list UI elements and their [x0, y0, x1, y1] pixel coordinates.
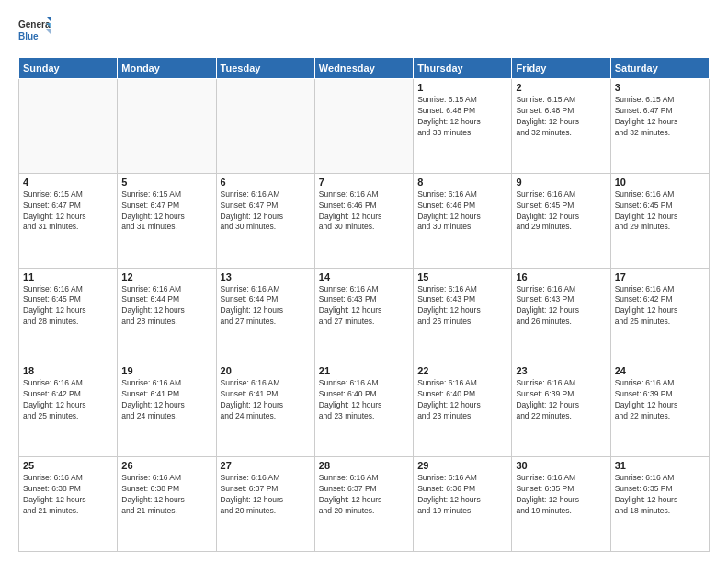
calendar-day-cell: 13Sunrise: 6:16 AM Sunset: 6:44 PM Dayli…	[216, 268, 314, 362]
calendar-day-cell: 24Sunrise: 6:16 AM Sunset: 6:39 PM Dayli…	[610, 362, 709, 457]
calendar-day-cell: 25Sunrise: 6:16 AM Sunset: 6:38 PM Dayli…	[19, 457, 118, 552]
calendar-day-header: Friday	[512, 58, 610, 79]
day-info: Sunrise: 6:16 AM Sunset: 6:37 PM Dayligh…	[221, 473, 311, 517]
day-number: 2	[516, 82, 606, 93]
calendar-day-cell: 11Sunrise: 6:16 AM Sunset: 6:45 PM Dayli…	[19, 268, 118, 362]
calendar-day-cell: 12Sunrise: 6:16 AM Sunset: 6:44 PM Dayli…	[118, 268, 216, 362]
day-number: 1	[417, 82, 507, 93]
calendar-day-cell: 7Sunrise: 6:16 AM Sunset: 6:46 PM Daylig…	[314, 173, 413, 268]
calendar-day-cell: 26Sunrise: 6:16 AM Sunset: 6:38 PM Dayli…	[118, 457, 216, 552]
day-info: Sunrise: 6:16 AM Sunset: 6:44 PM Dayligh…	[121, 284, 211, 328]
calendar-week-row: 18Sunrise: 6:16 AM Sunset: 6:42 PM Dayli…	[19, 362, 710, 457]
calendar-day-cell: 22Sunrise: 6:16 AM Sunset: 6:40 PM Dayli…	[414, 362, 512, 457]
header: General Blue	[18, 15, 710, 48]
calendar-day-header: Wednesday	[314, 58, 413, 79]
day-info: Sunrise: 6:16 AM Sunset: 6:44 PM Dayligh…	[221, 284, 311, 328]
day-number: 25	[23, 460, 113, 471]
calendar-day-cell: 31Sunrise: 6:16 AM Sunset: 6:35 PM Dayli…	[610, 457, 709, 552]
day-info: Sunrise: 6:15 AM Sunset: 6:47 PM Dayligh…	[23, 190, 113, 234]
calendar-day-cell: 3Sunrise: 6:15 AM Sunset: 6:47 PM Daylig…	[610, 79, 709, 174]
day-number: 12	[121, 271, 211, 282]
day-number: 8	[417, 177, 507, 188]
calendar-day-cell	[19, 79, 118, 174]
calendar-day-cell: 29Sunrise: 6:16 AM Sunset: 6:36 PM Dayli…	[414, 457, 512, 552]
calendar-day-cell: 9Sunrise: 6:16 AM Sunset: 6:45 PM Daylig…	[512, 173, 610, 268]
day-number: 26	[121, 460, 211, 471]
calendar-day-cell: 23Sunrise: 6:16 AM Sunset: 6:39 PM Dayli…	[512, 362, 610, 457]
day-info: Sunrise: 6:16 AM Sunset: 6:43 PM Dayligh…	[417, 284, 507, 328]
day-info: Sunrise: 6:16 AM Sunset: 6:45 PM Dayligh…	[615, 190, 705, 234]
day-number: 27	[221, 460, 311, 471]
calendar-day-cell	[118, 79, 216, 174]
calendar-week-row: 4Sunrise: 6:15 AM Sunset: 6:47 PM Daylig…	[19, 173, 710, 268]
day-info: Sunrise: 6:15 AM Sunset: 6:47 PM Dayligh…	[615, 95, 705, 139]
day-number: 3	[615, 82, 705, 93]
day-info: Sunrise: 6:16 AM Sunset: 6:47 PM Dayligh…	[221, 190, 311, 234]
svg-text:Blue: Blue	[18, 31, 39, 41]
day-number: 10	[615, 177, 705, 188]
day-info: Sunrise: 6:16 AM Sunset: 6:38 PM Dayligh…	[23, 473, 113, 517]
day-number: 21	[319, 365, 409, 376]
calendar-week-row: 1Sunrise: 6:15 AM Sunset: 6:48 PM Daylig…	[19, 79, 710, 174]
calendar-week-row: 25Sunrise: 6:16 AM Sunset: 6:38 PM Dayli…	[19, 457, 710, 552]
day-info: Sunrise: 6:16 AM Sunset: 6:42 PM Dayligh…	[615, 284, 705, 328]
day-number: 5	[121, 177, 211, 188]
svg-text:General: General	[18, 19, 51, 29]
day-info: Sunrise: 6:16 AM Sunset: 6:40 PM Dayligh…	[319, 378, 409, 422]
day-info: Sunrise: 6:16 AM Sunset: 6:36 PM Dayligh…	[417, 473, 507, 517]
calendar-day-cell: 16Sunrise: 6:16 AM Sunset: 6:43 PM Dayli…	[512, 268, 610, 362]
day-info: Sunrise: 6:16 AM Sunset: 6:35 PM Dayligh…	[516, 473, 606, 517]
day-info: Sunrise: 6:16 AM Sunset: 6:39 PM Dayligh…	[516, 378, 606, 422]
day-number: 23	[516, 365, 606, 376]
day-number: 29	[417, 460, 507, 471]
day-info: Sunrise: 6:16 AM Sunset: 6:42 PM Dayligh…	[23, 378, 113, 422]
calendar-day-cell: 14Sunrise: 6:16 AM Sunset: 6:43 PM Dayli…	[314, 268, 413, 362]
day-info: Sunrise: 6:16 AM Sunset: 6:35 PM Dayligh…	[615, 473, 705, 517]
calendar-day-cell: 15Sunrise: 6:16 AM Sunset: 6:43 PM Dayli…	[414, 268, 512, 362]
logo: General Blue	[18, 15, 51, 48]
calendar-day-cell: 17Sunrise: 6:16 AM Sunset: 6:42 PM Dayli…	[610, 268, 709, 362]
day-info: Sunrise: 6:16 AM Sunset: 6:37 PM Dayligh…	[319, 473, 409, 517]
calendar-table: SundayMondayTuesdayWednesdayThursdayFrid…	[18, 57, 710, 552]
calendar-day-cell: 30Sunrise: 6:16 AM Sunset: 6:35 PM Dayli…	[512, 457, 610, 552]
day-number: 15	[417, 271, 507, 282]
day-info: Sunrise: 6:15 AM Sunset: 6:48 PM Dayligh…	[417, 95, 507, 139]
day-number: 11	[23, 271, 113, 282]
calendar-day-cell: 19Sunrise: 6:16 AM Sunset: 6:41 PM Dayli…	[118, 362, 216, 457]
day-number: 16	[516, 271, 606, 282]
calendar-day-cell: 8Sunrise: 6:16 AM Sunset: 6:46 PM Daylig…	[414, 173, 512, 268]
calendar-day-cell: 21Sunrise: 6:16 AM Sunset: 6:40 PM Dayli…	[314, 362, 413, 457]
day-number: 17	[615, 271, 705, 282]
calendar-day-cell	[216, 79, 314, 174]
day-info: Sunrise: 6:16 AM Sunset: 6:46 PM Dayligh…	[417, 190, 507, 234]
calendar-day-cell	[314, 79, 413, 174]
calendar-week-row: 11Sunrise: 6:16 AM Sunset: 6:45 PM Dayli…	[19, 268, 710, 362]
page: General Blue SundayMondayTuesdayWednesda…	[0, 0, 728, 563]
day-info: Sunrise: 6:16 AM Sunset: 6:43 PM Dayligh…	[319, 284, 409, 328]
svg-marker-4	[46, 29, 51, 35]
calendar-day-cell: 20Sunrise: 6:16 AM Sunset: 6:41 PM Dayli…	[216, 362, 314, 457]
day-info: Sunrise: 6:16 AM Sunset: 6:46 PM Dayligh…	[319, 190, 409, 234]
calendar-day-header: Tuesday	[216, 58, 314, 79]
day-number: 13	[221, 271, 311, 282]
day-number: 6	[221, 177, 311, 188]
calendar-header-row: SundayMondayTuesdayWednesdayThursdayFrid…	[19, 58, 710, 79]
day-number: 20	[221, 365, 311, 376]
calendar-day-header: Sunday	[19, 58, 118, 79]
calendar-day-cell: 2Sunrise: 6:15 AM Sunset: 6:48 PM Daylig…	[512, 79, 610, 174]
calendar-day-cell: 5Sunrise: 6:15 AM Sunset: 6:47 PM Daylig…	[118, 173, 216, 268]
calendar-day-cell: 1Sunrise: 6:15 AM Sunset: 6:48 PM Daylig…	[414, 79, 512, 174]
day-number: 28	[319, 460, 409, 471]
day-info: Sunrise: 6:16 AM Sunset: 6:45 PM Dayligh…	[516, 190, 606, 234]
calendar-day-cell: 4Sunrise: 6:15 AM Sunset: 6:47 PM Daylig…	[19, 173, 118, 268]
day-info: Sunrise: 6:16 AM Sunset: 6:43 PM Dayligh…	[516, 284, 606, 328]
day-number: 4	[23, 177, 113, 188]
calendar-day-header: Monday	[118, 58, 216, 79]
day-info: Sunrise: 6:15 AM Sunset: 6:48 PM Dayligh…	[516, 95, 606, 139]
day-info: Sunrise: 6:16 AM Sunset: 6:39 PM Dayligh…	[615, 378, 705, 422]
day-number: 19	[121, 365, 211, 376]
day-number: 9	[516, 177, 606, 188]
calendar-day-cell: 10Sunrise: 6:16 AM Sunset: 6:45 PM Dayli…	[610, 173, 709, 268]
calendar-day-header: Thursday	[414, 58, 512, 79]
day-number: 24	[615, 365, 705, 376]
